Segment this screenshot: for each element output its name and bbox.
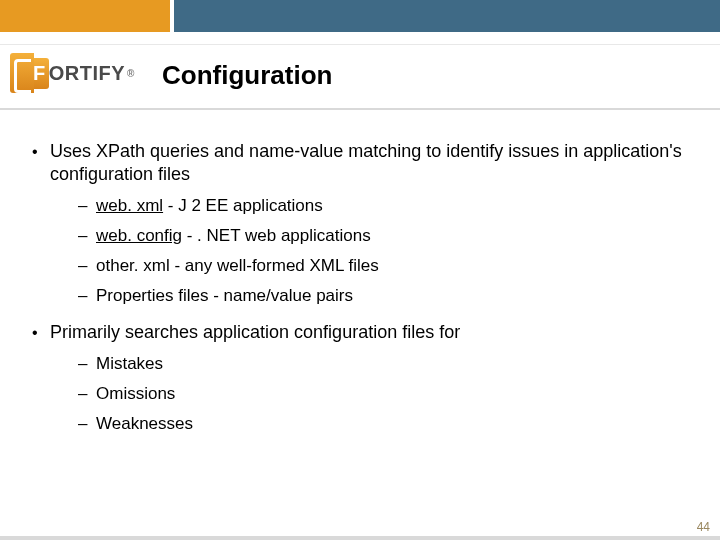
sub-list: Mistakes Omissions Weaknesses [78,353,688,435]
sub-underline: web. config [96,226,182,245]
top-bar-orange [0,0,170,32]
dash-icon [78,225,96,247]
bullet-dot-icon [32,321,50,344]
header-rule [0,108,720,110]
sub-bullet-text: other. xml - any well-formed XML files [96,255,379,277]
dash-icon [78,383,96,405]
brand-rest: ORTIFY [49,62,125,85]
sub-bullet-item: Mistakes [78,353,688,375]
bottom-rule [0,536,720,540]
slide-content: Uses XPath queries and name-value matchi… [32,140,688,449]
sub-bullet-text: Omissions [96,383,175,405]
dash-icon [78,255,96,277]
sub-bullet-item: other. xml - any well-formed XML files [78,255,688,277]
sub-bullet-item: Weaknesses [78,413,688,435]
dash-icon [78,195,96,217]
top-bar [0,0,720,32]
brand-mark-icon [10,53,34,93]
bullet-dot-icon [32,140,50,187]
brand-logo: FORTIFY® [10,52,148,94]
sub-bullet-text: Weaknesses [96,413,193,435]
brand-registered-icon: ® [127,68,135,79]
sub-bullet-item: Properties files - name/value pairs [78,285,688,307]
sub-list: web. xml - J 2 EE applications web. conf… [78,195,688,307]
slide-title: Configuration [162,60,332,91]
sub-rest: - J 2 EE applications [163,196,323,215]
sub-bullet-item: Omissions [78,383,688,405]
header-thin-rule [0,44,720,45]
brand-lead-letter: F [32,58,49,89]
sub-rest: - . NET web applications [182,226,371,245]
bullet-text: Uses XPath queries and name-value matchi… [50,140,688,187]
sub-bullet-text: Properties files - name/value pairs [96,285,353,307]
top-bar-blue [174,0,720,32]
bullet-item: Uses XPath queries and name-value matchi… [32,140,688,187]
page-number: 44 [697,520,710,534]
bullet-text: Primarily searches application configura… [50,321,688,344]
dash-icon [78,285,96,307]
brand-wordmark: FORTIFY® [32,58,135,89]
sub-bullet-item: web. xml - J 2 EE applications [78,195,688,217]
dash-icon [78,413,96,435]
dash-icon [78,353,96,375]
sub-bullet-text: Mistakes [96,353,163,375]
bullet-item: Primarily searches application configura… [32,321,688,344]
sub-bullet-text: web. xml - J 2 EE applications [96,195,323,217]
sub-bullet-item: web. config - . NET web applications [78,225,688,247]
sub-bullet-text: web. config - . NET web applications [96,225,371,247]
sub-underline: web. xml [96,196,163,215]
